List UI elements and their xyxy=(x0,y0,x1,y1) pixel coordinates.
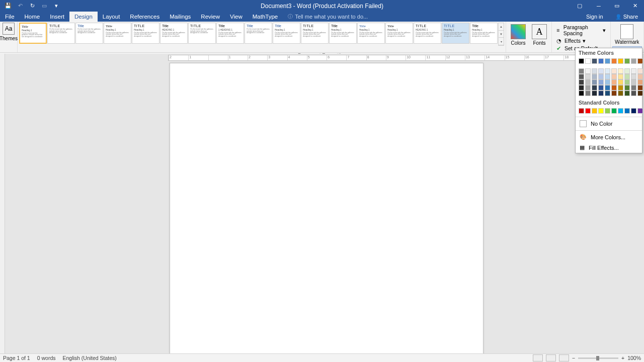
zoom-slider[interactable] xyxy=(578,357,618,359)
paragraph-spacing-button[interactable]: ≡Paragraph Spacing ▾ xyxy=(555,24,607,37)
color-swatch[interactable] xyxy=(611,68,617,74)
color-swatch[interactable] xyxy=(598,90,604,96)
horizontal-ruler[interactable]: 2112345678910111213141516171819 xyxy=(5,54,644,62)
color-swatch[interactable] xyxy=(592,58,597,64)
color-swatch[interactable] xyxy=(637,90,643,96)
color-swatch[interactable] xyxy=(579,58,584,64)
tab-insert[interactable]: Insert xyxy=(45,12,69,22)
color-swatch[interactable] xyxy=(637,85,643,90)
tab-home[interactable]: Home xyxy=(20,12,45,22)
color-swatch[interactable] xyxy=(605,74,610,79)
color-swatch[interactable] xyxy=(618,74,623,79)
print-layout-button[interactable] xyxy=(546,354,556,361)
zoom-level[interactable]: 100% xyxy=(627,355,641,361)
color-swatch[interactable] xyxy=(585,79,591,85)
color-swatch[interactable] xyxy=(631,79,636,85)
color-swatch[interactable] xyxy=(579,68,584,74)
tab-mathtype[interactable]: MathType xyxy=(248,12,283,22)
color-swatch[interactable] xyxy=(611,90,617,96)
style-set-item[interactable]: TitleOn the insert tab the galleries inc… xyxy=(75,23,103,44)
color-swatch[interactable] xyxy=(611,79,617,85)
style-set-item[interactable]: TitleHEADING 1On the insert tab the gall… xyxy=(160,23,188,44)
style-set-item[interactable]: TITLEHEADING 1On the insert tab the gall… xyxy=(414,23,441,44)
style-set-item[interactable]: Title1 HEADING 1On the insert tab the ga… xyxy=(216,23,244,44)
color-swatch[interactable] xyxy=(624,79,630,85)
color-swatch[interactable] xyxy=(624,108,630,114)
color-swatch[interactable] xyxy=(624,85,630,90)
color-swatch[interactable] xyxy=(631,74,636,79)
color-swatch[interactable] xyxy=(618,85,623,90)
color-swatch[interactable] xyxy=(585,58,591,64)
color-swatch[interactable] xyxy=(624,74,630,79)
style-set-item[interactable]: TitleHeading 1On the insert tab the gall… xyxy=(357,23,385,44)
color-swatch[interactable] xyxy=(579,79,584,85)
color-swatch[interactable] xyxy=(598,85,604,90)
color-swatch[interactable] xyxy=(579,74,584,79)
color-swatch[interactable] xyxy=(579,90,584,96)
color-swatch[interactable] xyxy=(585,74,591,79)
color-swatch[interactable] xyxy=(637,68,643,74)
color-swatch[interactable] xyxy=(624,68,630,74)
color-swatch[interactable] xyxy=(605,90,610,96)
themes-button[interactable]: Aa Themes xyxy=(2,23,16,41)
color-swatch[interactable] xyxy=(631,85,636,90)
more-colors-item[interactable]: 🎨More Colors... xyxy=(576,132,642,142)
color-swatch[interactable] xyxy=(592,68,597,74)
tab-references[interactable]: References xyxy=(125,12,165,22)
style-set-item[interactable]: TITLEHeading 1On the insert tab the gall… xyxy=(301,23,329,44)
color-swatch[interactable] xyxy=(611,58,617,64)
read-mode-button[interactable] xyxy=(533,354,543,361)
tab-mailings[interactable]: Mailings xyxy=(165,12,196,22)
color-swatch[interactable] xyxy=(618,108,623,114)
color-swatch[interactable] xyxy=(631,90,636,96)
fill-effects-item[interactable]: ▦Fill Effects... xyxy=(576,142,642,153)
tab-layout[interactable]: Layout xyxy=(98,12,125,22)
color-swatch[interactable] xyxy=(618,58,623,64)
share-button[interactable]: Share xyxy=(609,12,644,22)
color-swatch[interactable] xyxy=(605,68,610,74)
redo-icon[interactable]: ↻ xyxy=(28,2,36,10)
color-swatch[interactable] xyxy=(585,108,591,114)
color-swatch[interactable] xyxy=(618,68,623,74)
color-swatch[interactable] xyxy=(631,108,636,114)
color-swatch[interactable] xyxy=(598,68,604,74)
color-swatch[interactable] xyxy=(592,79,597,85)
color-swatch[interactable] xyxy=(592,90,597,96)
style-set-item[interactable]: TITLEOn the insert tab the galleries inc… xyxy=(188,23,216,44)
zoom-out-button[interactable]: − xyxy=(572,355,575,361)
style-set-item[interactable]: TitleHeading 1On the insert tab the gall… xyxy=(470,23,498,44)
color-swatch[interactable] xyxy=(579,85,584,90)
color-swatch[interactable] xyxy=(637,79,643,85)
no-color-item[interactable]: No Color xyxy=(576,118,642,129)
language-indicator[interactable]: English (United States) xyxy=(62,355,116,361)
style-set-item[interactable]: TITLEOn the insert tab the galleries inc… xyxy=(47,23,75,44)
style-set-item[interactable]: TitleHeading 1On the insert tab the gall… xyxy=(385,23,413,44)
tab-view[interactable]: View xyxy=(225,12,248,22)
color-swatch[interactable] xyxy=(598,74,604,79)
page-indicator[interactable]: Page 1 of 1 xyxy=(3,355,30,361)
color-swatch[interactable] xyxy=(585,85,591,90)
style-set-item[interactable]: TitleHeading 1On the insert tab the gall… xyxy=(273,23,300,44)
color-swatch[interactable] xyxy=(637,74,643,79)
sign-in-link[interactable]: Sign in xyxy=(580,12,609,22)
tab-review[interactable]: Review xyxy=(196,12,225,22)
color-swatch[interactable] xyxy=(605,58,610,64)
vertical-ruler[interactable] xyxy=(0,54,5,353)
color-swatch[interactable] xyxy=(592,74,597,79)
color-swatch[interactable] xyxy=(611,108,617,114)
touch-mode-icon[interactable]: ▭ xyxy=(40,2,48,10)
color-swatch[interactable] xyxy=(579,108,584,114)
style-set-item[interactable]: TitleHeading 1On the insert tab the gall… xyxy=(329,23,357,44)
style-set-item[interactable]: TitleHeading 1On the insert tab the gall… xyxy=(19,23,47,44)
color-swatch[interactable] xyxy=(605,108,610,114)
color-swatch[interactable] xyxy=(605,79,610,85)
save-icon[interactable]: 💾 xyxy=(4,2,12,10)
color-swatch[interactable] xyxy=(631,58,636,64)
color-swatch[interactable] xyxy=(618,90,623,96)
color-swatch[interactable] xyxy=(611,74,617,79)
color-swatch[interactable] xyxy=(624,58,630,64)
tab-file[interactable]: File xyxy=(0,12,20,22)
zoom-in-button[interactable]: + xyxy=(621,355,624,361)
color-swatch[interactable] xyxy=(598,58,604,64)
color-swatch[interactable] xyxy=(605,85,610,90)
